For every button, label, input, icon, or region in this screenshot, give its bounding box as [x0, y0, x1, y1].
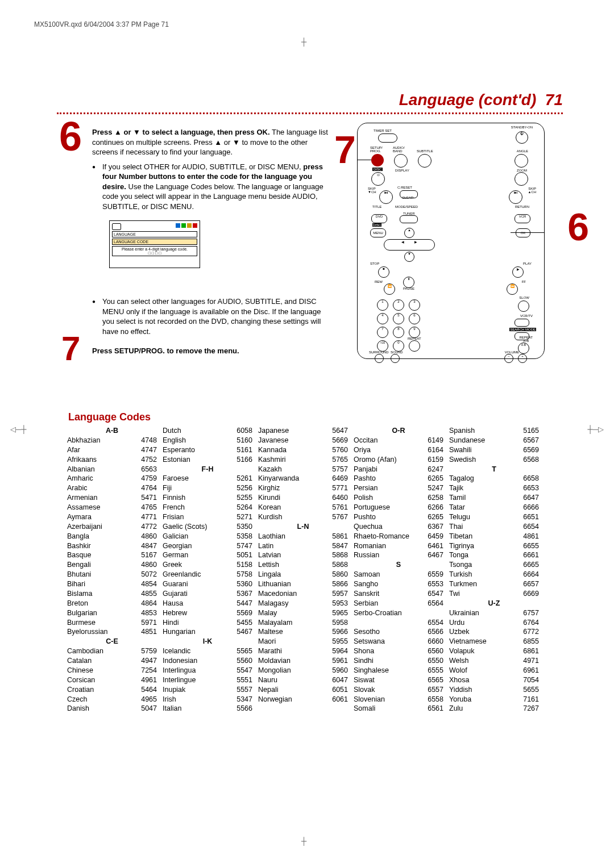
language-code: 5167: [134, 550, 157, 560]
language-code: 6547: [421, 589, 443, 599]
language-code: 6647: [516, 493, 539, 503]
language-row: Portuguese6266: [354, 503, 443, 512]
language-code: 5072: [134, 570, 157, 579]
language-code: 5047: [134, 704, 157, 713]
language-row: Azerbaijani4772: [67, 522, 157, 532]
remote-lbl: VOLUME: [505, 350, 519, 354]
language-row: Welsh4971: [449, 656, 539, 666]
language-row: Irish5347: [163, 695, 252, 704]
language-code: 6459: [421, 532, 443, 541]
language-name: Catalan: [67, 656, 134, 666]
b1c: Use the Language Codes below. The langua…: [102, 182, 323, 211]
language-name: Panjabi: [354, 465, 421, 474]
language-name: Pashto: [354, 474, 421, 483]
language-name: Serbo-Croatian: [354, 608, 421, 618]
page-number: 71: [545, 91, 563, 108]
remote-lbl: DISC: [372, 168, 383, 171]
language-row: Setswana6660: [354, 637, 443, 646]
language-code: 4748: [134, 436, 157, 445]
vol-up-button: +: [518, 354, 527, 363]
language-name: Bihari: [67, 579, 134, 589]
language-row: Singhalese6555: [354, 666, 443, 675]
slow-button: [518, 301, 529, 312]
angle-button: [515, 154, 528, 168]
language-row: Latin5847: [258, 541, 348, 551]
language-name: Georgian: [163, 541, 230, 551]
language-code: 5759: [134, 646, 157, 656]
language-code: 4961: [134, 675, 157, 685]
language-code: 5760: [325, 445, 348, 455]
language-row: Swedish6568: [449, 455, 539, 465]
language-name: Portuguese: [354, 503, 421, 512]
language-row: Gujarati5367: [163, 589, 252, 599]
tuner-button: [400, 215, 418, 223]
language-row: German5051: [163, 550, 252, 560]
remote-lbl: PAUSE: [403, 287, 414, 290]
language-name: Estonian: [163, 455, 230, 465]
language-name: Indonesian: [163, 656, 230, 666]
language-code: 7254: [134, 666, 157, 675]
language-name: Bulgarian: [67, 608, 134, 618]
language-code: 6247: [421, 465, 443, 474]
language-row: 6554: [354, 618, 443, 628]
language-name: Maori: [258, 637, 325, 646]
language-row: Sanskrit6547: [354, 589, 443, 599]
language-row: Norwegian6061: [258, 695, 348, 704]
crop-mark: ┼─▷: [588, 425, 604, 433]
language-name: Japanese: [258, 426, 325, 436]
language-code: 6961: [516, 666, 539, 675]
language-code: 5747: [230, 541, 252, 551]
language-name: Breton: [67, 599, 134, 608]
remote-lbl: C.RESET: [397, 186, 412, 189]
language-code: 6061: [325, 695, 348, 704]
language-name: English: [163, 436, 230, 445]
remote-lbl: AUDIO/ BAND: [393, 146, 405, 153]
remote-lbl: REW: [375, 280, 383, 283]
language-name: Polish: [354, 493, 421, 503]
code-column: O-ROccitan6149Oriya6164Oromo (Afan)6159P…: [354, 426, 443, 713]
remote-lbl: REPEAT A-B: [519, 336, 533, 343]
language-code: 5847: [325, 541, 348, 551]
language-code: 5767: [325, 512, 348, 522]
language-name: Faroese: [163, 474, 230, 483]
language-row: Italian5566: [163, 704, 252, 713]
language-row: Serbo-Croatian: [354, 608, 443, 618]
language-name: Yiddish: [449, 685, 516, 695]
dvd-button: DVD: [371, 214, 387, 223]
language-row: Hindi5455: [163, 618, 252, 628]
language-row: Afrikaans4752: [67, 455, 157, 465]
language-row: Volapuk6861: [449, 646, 539, 656]
osd-panel: LANGUAGE LANGUAGE CODE Please enter a 4-…: [109, 220, 200, 268]
num-5-button: 5: [393, 313, 404, 324]
language-code: 5358: [230, 532, 252, 541]
language-code: 6651: [516, 512, 539, 522]
nav-down-button: ▼: [404, 252, 414, 262]
language-row: Hebrew5569: [163, 608, 252, 618]
language-row: Catalan4947: [67, 656, 157, 666]
language-code: 5051: [230, 550, 252, 560]
language-name: Tajik: [449, 483, 516, 493]
language-name: Nepali: [258, 685, 325, 695]
language-name: Marathi: [258, 646, 325, 656]
language-name: Laothian: [258, 532, 325, 541]
language-code: 5761: [325, 503, 348, 512]
language-code: 6655: [516, 541, 539, 551]
language-code: 4759: [134, 474, 157, 483]
language-row: Aymara4771: [67, 512, 157, 522]
language-name: Gaelic (Scots): [163, 522, 230, 532]
language-row: Macedonian5957: [258, 589, 348, 599]
language-row: Lingala5860: [258, 570, 348, 579]
language-row: Bulgarian4853: [67, 608, 157, 618]
b2: You can select other languages for AUDIO…: [92, 297, 334, 336]
remote-lbl: SLOW: [519, 296, 529, 299]
group-heading: S: [354, 560, 443, 570]
language-name: Hungarian: [163, 627, 230, 637]
language-code: 4971: [516, 656, 539, 666]
language-name: Romanian: [354, 541, 421, 551]
language-row: English5160: [163, 436, 252, 445]
group-heading: T: [449, 465, 539, 474]
language-code: 6855: [516, 637, 539, 646]
language-name: Afrikaans: [67, 455, 134, 465]
language-row: Oriya6164: [354, 445, 443, 455]
standby-button: ⏻: [516, 131, 528, 144]
